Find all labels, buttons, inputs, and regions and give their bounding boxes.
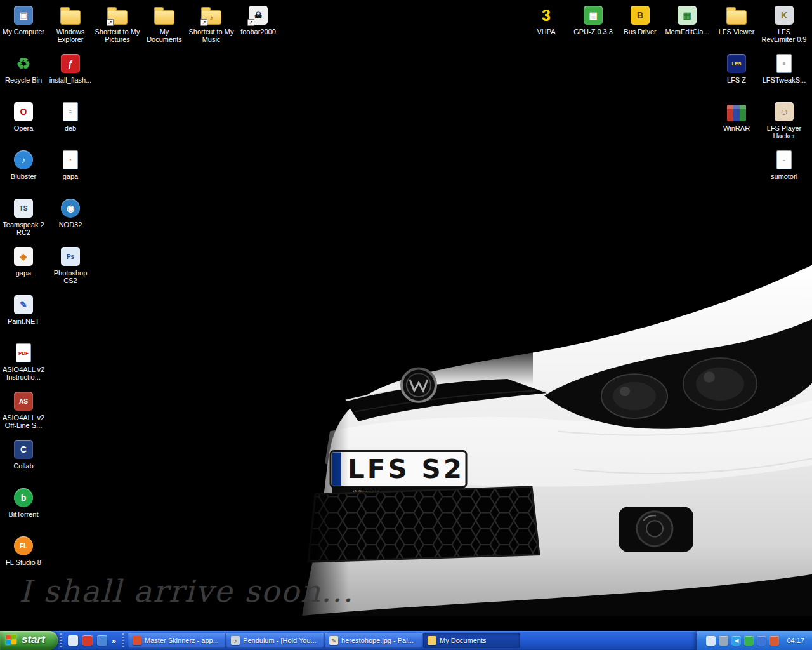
desktop-icon-install-flash[interactable]: ƒinstall_flash... (47, 50, 94, 98)
my-computer-icon-shape: ▣ (14, 6, 33, 25)
shortcut-arrow-icon: ↗ (200, 19, 207, 26)
tray-show-hidden-chevron[interactable]: ◀ (731, 636, 741, 646)
desktop-icon-opera[interactable]: OOpera (0, 98, 47, 146)
task-buttons: Master Skinnerz - app...♪Pendulum - [Hol… (126, 633, 697, 648)
task-master-skinnerz[interactable]: Master Skinnerz - app... (128, 633, 225, 648)
icon-label: gapa (16, 269, 31, 277)
tray-device-icon[interactable] (719, 636, 728, 646)
desktop-icon-windows-explorer[interactable]: Windows Explorer (47, 1, 94, 50)
quick-launch-show-desktop-icon[interactable] (68, 635, 78, 646)
desktop-icon-asio4all-v2-instructions[interactable]: PDFASIO4ALL v2 Instructio... (0, 339, 47, 387)
start-button[interactable]: start (0, 631, 58, 650)
desktop-icon-nod32[interactable]: ◉NOD32 (47, 194, 94, 242)
desktop-icon-vhpa[interactable]: 3VHPA (523, 1, 570, 50)
lfs-revlimiter-icon-shape: K (775, 6, 794, 25)
tray-display-settings-icon[interactable] (757, 636, 766, 646)
task-master-skinnerz-label: Master Skinnerz - app... (145, 637, 219, 644)
start-label: start (22, 633, 45, 646)
tray-messenger-icon[interactable] (769, 636, 779, 646)
taskbar: start » Master Skinnerz - app...♪Pendulu… (0, 631, 812, 650)
desktop-icon-bittorrent[interactable]: bBitTorrent (0, 484, 47, 532)
lfs-viewer-icon (726, 4, 747, 26)
asio4all-v2-instructions-icon-shape: PDF (16, 343, 31, 362)
icon-label: LFS Viewer (719, 28, 755, 36)
icon-group-top-row-folders: ↗Shortcut to My PicturesMy Documents♪↗Sh… (94, 1, 282, 50)
icon-label: MemEditCla... (665, 28, 709, 36)
winrar-icon (726, 101, 747, 123)
task-paint-herestohope[interactable]: ✎herestohope.jpg - Pai... (325, 633, 422, 648)
desktop[interactable]: LFS S2 Volkswagen I shall arrive soon...… (0, 0, 812, 631)
tray-antivirus-icon[interactable] (744, 636, 754, 646)
sumotori-icon-shape: ≡ (776, 150, 792, 169)
icon-group-top-right-row: 3VHPA▦GPU-Z.0.3.3BBus Driver▦MemEditCla.… (523, 1, 710, 50)
photoshop-cs2-icon: Ps (60, 246, 81, 267)
asio4all-v2-instructions-icon: PDF (13, 342, 34, 364)
desktop-icon-blubster[interactable]: ♪Blubster (0, 146, 47, 194)
icon-label: Paint.NET (8, 317, 39, 325)
icon-label: Windows Explorer (48, 28, 93, 43)
task-foobar-pendulum[interactable]: ♪Pendulum - [Hold You... (226, 633, 324, 648)
quick-launch-overflow-chevron[interactable]: » (112, 636, 116, 646)
blubster-icon: ♪ (13, 149, 34, 171)
photoshop-cs2-icon-shape: Ps (61, 247, 80, 266)
desktop-icon-sumotori[interactable]: ≡sumotori (761, 146, 808, 194)
foobar2000-icon: ☠↗ (247, 4, 269, 26)
desktop-icon-lfs-z[interactable]: LFSLFS Z (713, 50, 760, 98)
lfs-player-hacker-icon: ☺ (773, 101, 795, 123)
fl-studio-8-icon-shape: FL (14, 536, 33, 555)
task-my-documents-icon (428, 636, 436, 645)
task-my-documents-label: My Documents (440, 637, 486, 644)
desktop-icon-collab[interactable]: CCollab (0, 435, 47, 484)
vhpa-icon-shape: 3 (537, 6, 556, 25)
tray-icons: ◀ (706, 636, 779, 646)
desktop-icon-shortcut-to-my-pictures[interactable]: ↗Shortcut to My Pictures (94, 1, 141, 50)
icon-label: Teamspeak 2 RC2 (1, 221, 46, 236)
blubster-icon-shape: ♪ (14, 150, 33, 169)
icon-label: WinRAR (723, 124, 750, 132)
desktop-icon-gapa-pinwheel[interactable]: ◈gapa (0, 242, 47, 291)
desktop-icon-memeditclass[interactable]: ▦MemEditCla... (664, 1, 710, 50)
desktop-icon-fl-studio-8[interactable]: FLFL Studio 8 (0, 532, 47, 580)
desktop-icon-foobar2000[interactable]: ☠↗foobar2000 (235, 1, 282, 50)
bus-driver-icon: B (629, 4, 651, 26)
quick-launch-player-icon[interactable] (97, 635, 107, 646)
desktop-icon-lfs-player-hacker[interactable]: ☺LFS Player Hacker (761, 98, 808, 146)
install-flash-icon: ƒ (60, 53, 81, 74)
taskbar-grip[interactable] (60, 633, 62, 647)
task-my-documents[interactable]: My Documents (423, 633, 520, 648)
desktop-icon-my-documents[interactable]: My Documents (141, 1, 188, 50)
windows-explorer-icon (60, 4, 81, 26)
opera-icon-shape: O (14, 102, 33, 121)
quick-launch-opera-icon[interactable] (82, 635, 93, 646)
taskbar-clock[interactable]: 04:17 (787, 637, 804, 644)
icon-label: LFS Z (727, 76, 746, 84)
fl-studio-8-icon: FL (13, 535, 34, 557)
system-tray: ◀ 04:17 (697, 631, 812, 650)
desktop-icon-gapa-notepad[interactable]: *gapa (47, 146, 94, 194)
gapa-notepad-icon: * (60, 149, 81, 171)
task-paint-herestohope-icon: ✎ (329, 636, 338, 645)
desktop-icon-gpu-z[interactable]: ▦GPU-Z.0.3.3 (570, 1, 617, 50)
desktop-icon-photoshop-cs2[interactable]: PsPhotoshop CS2 (47, 242, 94, 291)
opera-icon: O (13, 101, 34, 123)
desktop-icon-paint-net[interactable]: ✎Paint.NET (0, 291, 47, 339)
desktop-icon-deb[interactable]: ≡deb (47, 98, 94, 146)
icon-label: install_flash... (49, 76, 92, 84)
desktop-icon-lfs-viewer[interactable]: LFS Viewer (713, 1, 760, 50)
icon-label: LFS Player Hacker (761, 124, 807, 140)
lfs-z-icon-shape: LFS (727, 54, 746, 73)
desktop-icon-winrar[interactable]: WinRAR (713, 98, 760, 146)
desktop-icon-my-computer[interactable]: ▣My Computer (0, 1, 47, 50)
taskbar-grip[interactable] (122, 633, 124, 647)
desktop-icon-lfs-revlimiter[interactable]: KLFS RevLimiter 0.9 (761, 1, 808, 50)
desktop-icon-recycle-bin[interactable]: ♻Recycle Bin (0, 50, 47, 98)
desktop-icon-teamspeak-2-rc2[interactable]: TSTeamspeak 2 RC2 (0, 194, 47, 242)
windows-explorer-icon-shape (60, 10, 81, 25)
desktop-icon-lfstweaks[interactable]: ≡LFSTweakS... (761, 50, 808, 98)
desktop-icon-asio4all-v2-offline-setup[interactable]: ASASIO4ALL v2 Off-Line S... (0, 387, 47, 435)
tray-remote-window-icon[interactable] (706, 636, 716, 646)
lfs-viewer-icon-shape (726, 10, 747, 25)
desktop-icon-bus-driver[interactable]: BBus Driver (617, 1, 664, 50)
shortcut-to-my-music-icon: ♪↗ (200, 4, 222, 26)
desktop-icon-shortcut-to-my-music[interactable]: ♪↗Shortcut to My Music (188, 1, 235, 50)
